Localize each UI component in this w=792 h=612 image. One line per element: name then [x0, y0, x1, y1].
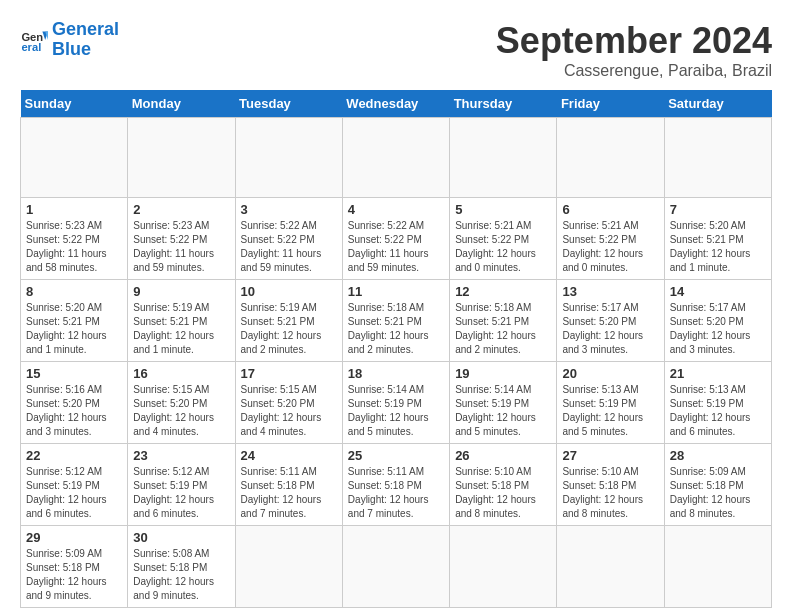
calendar-cell [664, 118, 771, 198]
calendar-cell: 27Sunrise: 5:10 AM Sunset: 5:18 PM Dayli… [557, 444, 664, 526]
calendar-cell: 5Sunrise: 5:21 AM Sunset: 5:22 PM Daylig… [450, 198, 557, 280]
day-number: 3 [241, 202, 337, 217]
weekday-header-saturday: Saturday [664, 90, 771, 118]
day-info: Sunrise: 5:19 AM Sunset: 5:21 PM Dayligh… [241, 301, 337, 357]
day-number: 22 [26, 448, 122, 463]
day-info: Sunrise: 5:22 AM Sunset: 5:22 PM Dayligh… [348, 219, 444, 275]
day-number: 30 [133, 530, 229, 545]
logo-icon: Gen eral [20, 26, 48, 54]
day-info: Sunrise: 5:15 AM Sunset: 5:20 PM Dayligh… [133, 383, 229, 439]
day-info: Sunrise: 5:23 AM Sunset: 5:22 PM Dayligh… [26, 219, 122, 275]
calendar-cell: 30Sunrise: 5:08 AM Sunset: 5:18 PM Dayli… [128, 526, 235, 608]
day-number: 4 [348, 202, 444, 217]
calendar-cell: 10Sunrise: 5:19 AM Sunset: 5:21 PM Dayli… [235, 280, 342, 362]
title-block: September 2024 Casserengue, Paraiba, Bra… [496, 20, 772, 80]
day-number: 2 [133, 202, 229, 217]
calendar-cell: 3Sunrise: 5:22 AM Sunset: 5:22 PM Daylig… [235, 198, 342, 280]
calendar-cell: 12Sunrise: 5:18 AM Sunset: 5:21 PM Dayli… [450, 280, 557, 362]
day-info: Sunrise: 5:11 AM Sunset: 5:18 PM Dayligh… [348, 465, 444, 521]
week-row-4: 15Sunrise: 5:16 AM Sunset: 5:20 PM Dayli… [21, 362, 772, 444]
day-info: Sunrise: 5:21 AM Sunset: 5:22 PM Dayligh… [562, 219, 658, 275]
day-info: Sunrise: 5:11 AM Sunset: 5:18 PM Dayligh… [241, 465, 337, 521]
day-info: Sunrise: 5:08 AM Sunset: 5:18 PM Dayligh… [133, 547, 229, 603]
calendar-cell [235, 526, 342, 608]
day-info: Sunrise: 5:09 AM Sunset: 5:18 PM Dayligh… [26, 547, 122, 603]
week-row-3: 8Sunrise: 5:20 AM Sunset: 5:21 PM Daylig… [21, 280, 772, 362]
calendar-cell: 8Sunrise: 5:20 AM Sunset: 5:21 PM Daylig… [21, 280, 128, 362]
day-number: 11 [348, 284, 444, 299]
calendar-cell: 18Sunrise: 5:14 AM Sunset: 5:19 PM Dayli… [342, 362, 449, 444]
day-number: 21 [670, 366, 766, 381]
day-number: 27 [562, 448, 658, 463]
week-row-6: 29Sunrise: 5:09 AM Sunset: 5:18 PM Dayli… [21, 526, 772, 608]
day-number: 5 [455, 202, 551, 217]
weekday-header-monday: Monday [128, 90, 235, 118]
calendar-cell [557, 526, 664, 608]
day-info: Sunrise: 5:19 AM Sunset: 5:21 PM Dayligh… [133, 301, 229, 357]
day-number: 20 [562, 366, 658, 381]
day-info: Sunrise: 5:12 AM Sunset: 5:19 PM Dayligh… [26, 465, 122, 521]
calendar-cell: 6Sunrise: 5:21 AM Sunset: 5:22 PM Daylig… [557, 198, 664, 280]
calendar-cell: 1Sunrise: 5:23 AM Sunset: 5:22 PM Daylig… [21, 198, 128, 280]
weekday-header-friday: Friday [557, 90, 664, 118]
day-number: 23 [133, 448, 229, 463]
calendar-cell [342, 526, 449, 608]
day-info: Sunrise: 5:17 AM Sunset: 5:20 PM Dayligh… [670, 301, 766, 357]
day-info: Sunrise: 5:13 AM Sunset: 5:19 PM Dayligh… [670, 383, 766, 439]
day-number: 25 [348, 448, 444, 463]
weekday-header-thursday: Thursday [450, 90, 557, 118]
calendar-cell [128, 118, 235, 198]
calendar-cell: 24Sunrise: 5:11 AM Sunset: 5:18 PM Dayli… [235, 444, 342, 526]
day-number: 8 [26, 284, 122, 299]
day-info: Sunrise: 5:18 AM Sunset: 5:21 PM Dayligh… [455, 301, 551, 357]
week-row-1 [21, 118, 772, 198]
weekday-header-sunday: Sunday [21, 90, 128, 118]
logo-text: General Blue [52, 20, 119, 60]
calendar-cell: 13Sunrise: 5:17 AM Sunset: 5:20 PM Dayli… [557, 280, 664, 362]
day-number: 18 [348, 366, 444, 381]
day-number: 29 [26, 530, 122, 545]
day-number: 26 [455, 448, 551, 463]
day-info: Sunrise: 5:10 AM Sunset: 5:18 PM Dayligh… [562, 465, 658, 521]
day-number: 1 [26, 202, 122, 217]
day-info: Sunrise: 5:14 AM Sunset: 5:19 PM Dayligh… [348, 383, 444, 439]
calendar-cell: 7Sunrise: 5:20 AM Sunset: 5:21 PM Daylig… [664, 198, 771, 280]
day-number: 16 [133, 366, 229, 381]
calendar-cell: 26Sunrise: 5:10 AM Sunset: 5:18 PM Dayli… [450, 444, 557, 526]
day-info: Sunrise: 5:20 AM Sunset: 5:21 PM Dayligh… [26, 301, 122, 357]
day-number: 9 [133, 284, 229, 299]
day-info: Sunrise: 5:17 AM Sunset: 5:20 PM Dayligh… [562, 301, 658, 357]
calendar-cell: 15Sunrise: 5:16 AM Sunset: 5:20 PM Dayli… [21, 362, 128, 444]
calendar-cell: 9Sunrise: 5:19 AM Sunset: 5:21 PM Daylig… [128, 280, 235, 362]
week-row-5: 22Sunrise: 5:12 AM Sunset: 5:19 PM Dayli… [21, 444, 772, 526]
calendar-cell [450, 118, 557, 198]
day-number: 7 [670, 202, 766, 217]
calendar-cell: 16Sunrise: 5:15 AM Sunset: 5:20 PM Dayli… [128, 362, 235, 444]
calendar-cell [21, 118, 128, 198]
calendar-cell [664, 526, 771, 608]
calendar-cell: 17Sunrise: 5:15 AM Sunset: 5:20 PM Dayli… [235, 362, 342, 444]
day-info: Sunrise: 5:10 AM Sunset: 5:18 PM Dayligh… [455, 465, 551, 521]
month-title: September 2024 [496, 20, 772, 62]
day-number: 17 [241, 366, 337, 381]
calendar-cell: 28Sunrise: 5:09 AM Sunset: 5:18 PM Dayli… [664, 444, 771, 526]
location-subtitle: Casserengue, Paraiba, Brazil [496, 62, 772, 80]
calendar-cell: 25Sunrise: 5:11 AM Sunset: 5:18 PM Dayli… [342, 444, 449, 526]
day-info: Sunrise: 5:20 AM Sunset: 5:21 PM Dayligh… [670, 219, 766, 275]
day-number: 28 [670, 448, 766, 463]
calendar-cell: 22Sunrise: 5:12 AM Sunset: 5:19 PM Dayli… [21, 444, 128, 526]
calendar-cell: 11Sunrise: 5:18 AM Sunset: 5:21 PM Dayli… [342, 280, 449, 362]
weekday-header-wednesday: Wednesday [342, 90, 449, 118]
week-row-2: 1Sunrise: 5:23 AM Sunset: 5:22 PM Daylig… [21, 198, 772, 280]
day-number: 13 [562, 284, 658, 299]
calendar-table: SundayMondayTuesdayWednesdayThursdayFrid… [20, 90, 772, 608]
day-info: Sunrise: 5:14 AM Sunset: 5:19 PM Dayligh… [455, 383, 551, 439]
page-header: Gen eral General Blue September 2024 Cas… [20, 20, 772, 80]
day-info: Sunrise: 5:13 AM Sunset: 5:19 PM Dayligh… [562, 383, 658, 439]
day-info: Sunrise: 5:22 AM Sunset: 5:22 PM Dayligh… [241, 219, 337, 275]
svg-text:eral: eral [21, 41, 41, 53]
weekday-header-tuesday: Tuesday [235, 90, 342, 118]
calendar-cell [235, 118, 342, 198]
day-number: 12 [455, 284, 551, 299]
calendar-cell: 19Sunrise: 5:14 AM Sunset: 5:19 PM Dayli… [450, 362, 557, 444]
